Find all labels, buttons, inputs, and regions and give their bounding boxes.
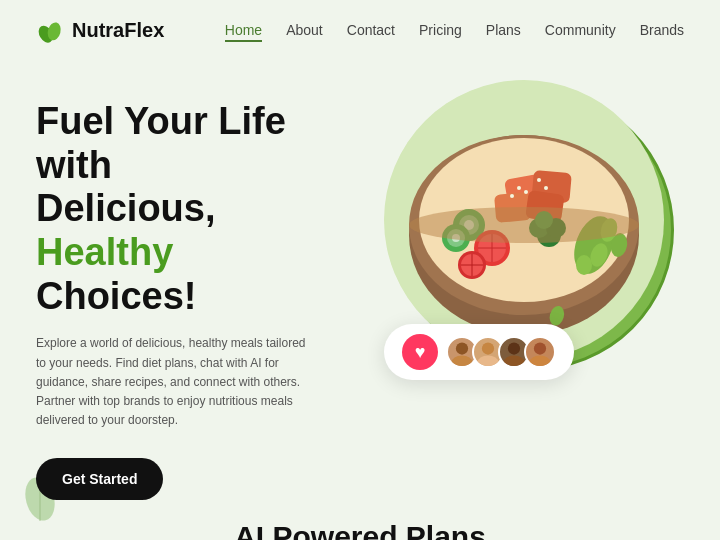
nav-link-brands[interactable]: Brands: [640, 22, 684, 38]
bottom-section: AI Powered Plans: [0, 500, 720, 540]
nav-link-about[interactable]: About: [286, 22, 323, 38]
hero-title: Fuel Your Life with Delicious, Healthy C…: [36, 100, 344, 318]
heart-button[interactable]: ♥: [402, 334, 438, 370]
ai-plans-heading: AI Powered Plans: [20, 520, 700, 540]
nav-link-contact[interactable]: Contact: [347, 22, 395, 38]
food-image: [384, 80, 664, 360]
avatars-group: [446, 336, 556, 368]
nav-links: Home About Contact Pricing Plans Communi…: [225, 21, 684, 39]
nav-item-contact[interactable]: Contact: [347, 21, 395, 39]
svg-point-20: [544, 186, 548, 190]
nav-item-plans[interactable]: Plans: [486, 21, 521, 39]
logo-icon: [36, 16, 64, 44]
heart-icon: ♥: [415, 342, 426, 363]
svg-point-16: [517, 186, 521, 190]
get-started-button[interactable]: Get Started: [36, 458, 163, 500]
nav-link-community[interactable]: Community: [545, 22, 616, 38]
nav-item-brands[interactable]: Brands: [640, 21, 684, 39]
nav-link-plans[interactable]: Plans: [486, 22, 521, 38]
svg-point-40: [456, 342, 468, 354]
nav-item-about[interactable]: About: [286, 21, 323, 39]
svg-point-17: [524, 190, 528, 194]
avatar-4: [524, 336, 556, 368]
hero-left: Fuel Your Life with Delicious, Healthy C…: [36, 90, 344, 500]
svg-point-42: [482, 342, 494, 354]
svg-point-41: [452, 356, 473, 369]
svg-point-45: [504, 356, 525, 369]
svg-point-18: [510, 194, 514, 198]
svg-point-10: [576, 255, 592, 275]
logo-text: NutraFlex: [72, 19, 164, 42]
nav-item-home[interactable]: Home: [225, 21, 262, 39]
svg-point-39: [409, 207, 639, 243]
hero-section: Fuel Your Life with Delicious, Healthy C…: [0, 60, 720, 500]
hero-description: Explore a world of delicious, healthy me…: [36, 334, 316, 430]
logo[interactable]: NutraFlex: [36, 16, 164, 44]
svg-point-44: [508, 342, 520, 354]
nav-link-home[interactable]: Home: [225, 22, 262, 42]
hero-image-area: ♥: [344, 80, 684, 390]
svg-point-47: [530, 356, 551, 369]
svg-point-19: [537, 178, 541, 182]
navbar: NutraFlex Home About Contact Pricing Pla…: [0, 0, 720, 60]
social-proof-card: ♥: [384, 324, 574, 380]
nav-item-community[interactable]: Community: [545, 21, 616, 39]
nav-item-pricing[interactable]: Pricing: [419, 21, 462, 39]
svg-point-43: [478, 356, 499, 369]
svg-point-46: [534, 342, 546, 354]
nav-link-pricing[interactable]: Pricing: [419, 22, 462, 38]
